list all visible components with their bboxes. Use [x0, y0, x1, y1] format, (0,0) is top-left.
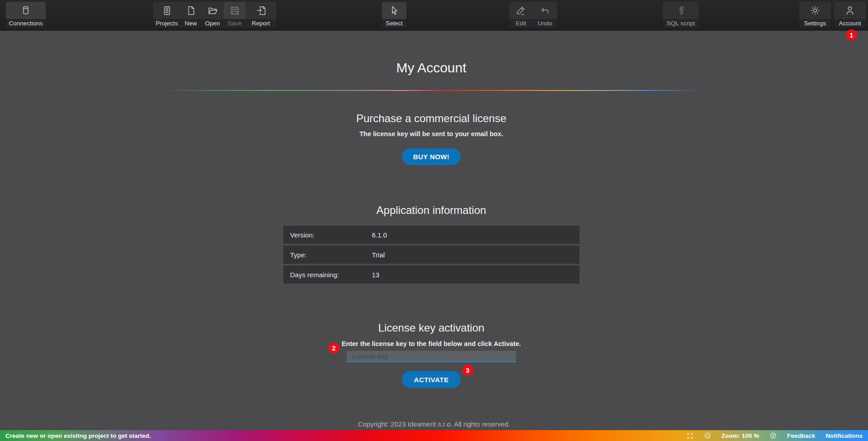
person-icon [834, 2, 866, 19]
table-row-days-remaining: Days remaining: 13 [283, 266, 580, 284]
page-title: My Account [160, 60, 703, 76]
notifications-link[interactable]: Notifications [826, 432, 863, 439]
status-bar: Create new or open existing project to g… [0, 430, 868, 441]
connections-label: Connections [6, 20, 46, 27]
gear-icon [799, 2, 831, 19]
row-label: Days remaining: [290, 271, 372, 279]
row-value: 13 [372, 271, 380, 279]
table-row-type: Type: Trial [283, 246, 580, 264]
license-activation-section: License key activation Enter the license… [160, 322, 703, 388]
row-label: Version: [290, 231, 372, 239]
status-message: Create new or open existing project to g… [5, 432, 151, 439]
feedback-link[interactable]: Feedback [787, 432, 815, 439]
application-info-table: Version: 6.1.0 Type: Trial Days remainin… [283, 226, 580, 284]
settings-label: Settings [799, 20, 831, 27]
account-button[interactable]: Account [834, 2, 866, 28]
rainbow-divider [160, 90, 703, 91]
activate-button[interactable]: ACTIVATE [402, 371, 461, 388]
row-label: Type: [290, 251, 372, 259]
copyright-text: Copyright: 2023 Ideamerit s.r.o. All rig… [0, 420, 868, 428]
purchase-heading: Purchase a commercial license [160, 112, 703, 125]
application-info-section: Application information Version: 6.1.0 T… [160, 204, 703, 284]
annotation-badge-2: 2 [328, 342, 340, 354]
connections-button[interactable]: Connections [6, 2, 46, 28]
activation-heading: License key activation [160, 322, 703, 334]
zoom-out-icon[interactable] [704, 432, 711, 439]
application-info-heading: Application information [160, 204, 703, 217]
account-label: Account [834, 20, 866, 27]
annotation-badge-3: 3 [462, 365, 473, 376]
activation-instruction: Enter the license key to the field below… [160, 340, 703, 347]
database-icon [6, 2, 46, 19]
row-value: 6.1.0 [372, 231, 387, 239]
account-page: My Account Purchase a commercial license… [160, 0, 703, 388]
fullscreen-icon[interactable] [687, 432, 693, 439]
row-value: Trial [372, 251, 385, 259]
purchase-subtitle: The license key will be sent to your ema… [160, 130, 703, 138]
zoom-level: Zoom: 100 % [722, 432, 759, 439]
zoom-in-icon[interactable] [769, 432, 777, 439]
buy-now-button[interactable]: BUY NOW! [402, 148, 461, 165]
purchase-section: Purchase a commercial license The licens… [160, 112, 703, 165]
annotation-badge-1: 1 [846, 29, 857, 41]
settings-button[interactable]: Settings [799, 2, 831, 28]
license-key-input[interactable] [346, 351, 516, 362]
table-row-version: Version: 6.1.0 [283, 226, 580, 244]
